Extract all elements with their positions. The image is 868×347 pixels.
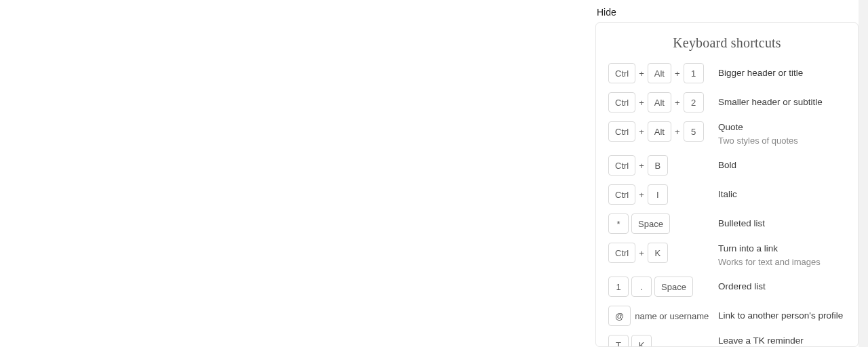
plus-separator: +: [638, 248, 645, 258]
key-sym: @: [608, 306, 631, 326]
panel-title: Keyboard shortcuts: [608, 35, 846, 51]
shortcut-keys: Ctrl+I: [608, 184, 710, 205]
plus-separator: +: [674, 68, 681, 79]
shortcut-keys: Ctrl+Alt+1: [608, 63, 710, 83]
key-alt: Alt: [648, 92, 671, 113]
shortcut-row: Ctrl+KTurn into a linkWorks for text and…: [608, 243, 846, 268]
shortcut-keys: 1.Space: [608, 277, 710, 297]
shortcut-desc-sub: Two styles of quotes: [718, 135, 846, 147]
shortcuts-rail: Hide Keyboard shortcuts Ctrl+Alt+1Bigger…: [595, 0, 859, 347]
shortcut-row: TKLeave a TK reminderLearn more about TK: [608, 335, 846, 347]
shortcut-keys: @name or username: [608, 306, 710, 326]
key-ctrl: Ctrl: [608, 243, 635, 263]
key-sym: .: [631, 277, 652, 297]
shortcut-keys: Ctrl+Alt+5: [608, 121, 710, 142]
shortcut-desc-main: Bulleted list: [718, 218, 846, 230]
key-space: Space: [654, 277, 693, 297]
plus-separator: +: [638, 68, 645, 79]
plus-separator: +: [638, 98, 645, 108]
shortcut-row: *SpaceBulleted list: [608, 213, 846, 234]
shortcut-desc: Italic: [710, 184, 846, 205]
shortcut-desc: Turn into a linkWorks for text and image…: [710, 243, 846, 268]
shortcut-desc-main: Quote: [718, 121, 846, 134]
key-t: T: [608, 335, 629, 347]
shortcut-desc-main: Bigger header or title: [718, 67, 846, 80]
shortcut-desc: Ordered list: [710, 277, 846, 297]
shortcut-desc-main: Turn into a link: [718, 243, 846, 256]
shortcut-desc-sub: Works for text and images: [718, 256, 846, 268]
key-i: I: [648, 184, 668, 205]
shortcut-desc-main: Ordered list: [718, 281, 846, 293]
shortcut-row: 1.SpaceOrdered list: [608, 277, 846, 298]
shortcut-row: Ctrl+IItalic: [608, 184, 846, 205]
shortcut-desc: Link to another person's profile: [710, 306, 846, 326]
key-2: 2: [684, 92, 704, 113]
key-ctrl: Ctrl: [608, 155, 635, 176]
plus-separator: +: [638, 190, 645, 200]
shortcut-keys: TK: [608, 335, 710, 347]
shortcut-desc: Bulleted list: [710, 213, 846, 234]
key-5: 5: [684, 121, 704, 142]
key-1: 1: [684, 63, 704, 83]
shortcut-desc-main: Link to another person's profile: [718, 310, 846, 323]
shortcut-row: Ctrl+Alt+5QuoteTwo styles of quotes: [608, 121, 846, 147]
window-scroll-gutter: [859, 0, 868, 347]
plus-separator: +: [638, 161, 645, 171]
key-space: Space: [631, 213, 670, 234]
key-ctrl: Ctrl: [608, 184, 635, 205]
shortcut-desc: QuoteTwo styles of quotes: [710, 121, 846, 147]
shortcut-desc: Smaller header or subtitle: [710, 92, 846, 113]
shortcut-keys: *Space: [608, 213, 710, 234]
key-k: K: [648, 243, 668, 263]
shortcut-row: Ctrl+BBold: [608, 155, 846, 176]
hide-link[interactable]: Hide: [597, 7, 616, 18]
plus-separator: +: [674, 127, 681, 137]
shortcut-keys: Ctrl+Alt+2: [608, 92, 710, 113]
key-sym: *: [608, 213, 629, 234]
shortcut-desc-main: Smaller header or subtitle: [718, 96, 846, 109]
shortcut-row: Ctrl+Alt+1Bigger header or title: [608, 63, 846, 84]
shortcut-desc: Leave a TK reminderLearn more about TK: [710, 335, 846, 347]
shortcut-desc-main: Bold: [718, 159, 846, 172]
shortcut-row: @name or usernameLink to another person'…: [608, 306, 846, 327]
shortcut-desc-main: Leave a TK reminder: [718, 335, 846, 347]
key-1: 1: [608, 277, 629, 297]
shortcut-list: Ctrl+Alt+1Bigger header or titleCtrl+Alt…: [608, 63, 846, 347]
keyboard-shortcuts-panel: Keyboard shortcuts Ctrl+Alt+1Bigger head…: [595, 22, 859, 347]
plus-separator: +: [674, 98, 681, 108]
key-alt: Alt: [648, 63, 671, 83]
shortcut-desc-main: Italic: [718, 188, 846, 201]
shortcut-keys: Ctrl+K: [608, 243, 710, 263]
key-alt: Alt: [648, 121, 671, 142]
key-ctrl: Ctrl: [608, 92, 635, 113]
shortcut-row: Ctrl+Alt+2Smaller header or subtitle: [608, 92, 846, 113]
key-ctrl: Ctrl: [608, 63, 635, 83]
plus-separator: +: [638, 127, 645, 137]
key-k: K: [631, 335, 652, 347]
key-trailing-text: name or username: [633, 311, 709, 321]
shortcut-desc: Bigger header or title: [710, 63, 846, 83]
shortcut-keys: Ctrl+B: [608, 155, 710, 176]
key-ctrl: Ctrl: [608, 121, 635, 142]
key-b: B: [648, 155, 668, 176]
shortcut-desc: Bold: [710, 155, 846, 176]
